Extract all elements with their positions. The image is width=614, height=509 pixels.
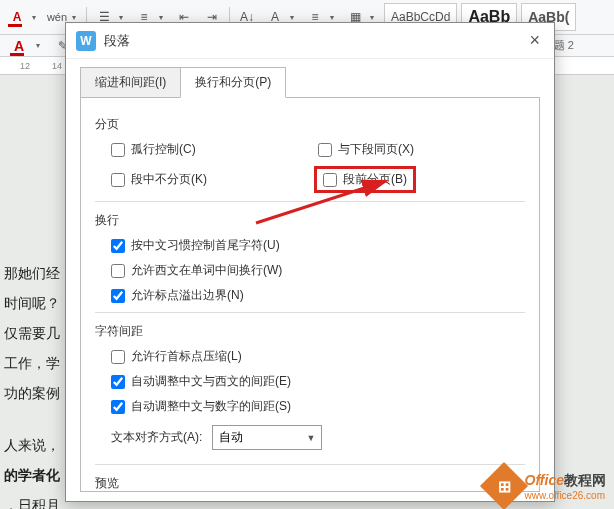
checkbox-label: 按中文习惯控制首尾字符(U) xyxy=(131,237,280,254)
paragraph-dialog: W 段落 × 缩进和间距(I) 换行和分页(P) 分页 孤行控制(C) 与下段同… xyxy=(65,22,555,502)
font-color-button[interactable]: A xyxy=(6,33,32,59)
checkbox-input[interactable] xyxy=(318,143,332,157)
divider xyxy=(95,201,525,202)
doc-line: 那她们经 xyxy=(4,258,60,288)
text-align-label: 文本对齐方式(A): xyxy=(111,429,202,446)
doc-line: 的学者化 xyxy=(4,460,60,490)
group-label-preview: 预览 xyxy=(95,475,525,492)
checkbox-label: 孤行控制(C) xyxy=(131,141,196,158)
combobox-value: 自动 xyxy=(219,429,243,446)
watermark-url: www.office26.com xyxy=(525,490,606,501)
checkbox-keep-lines[interactable]: 段中不分页(K) xyxy=(111,171,207,188)
chevron-down-icon[interactable]: ▾ xyxy=(32,13,42,22)
document-body: 人来说， 的学者化 ，日积月 xyxy=(0,430,60,509)
dialog-title: 段落 xyxy=(104,32,525,50)
checkbox-auto-space-en[interactable]: 自动调整中文与西文的间距(E) xyxy=(111,373,291,390)
chevron-down-icon[interactable]: ▾ xyxy=(119,13,129,22)
tab-pagination[interactable]: 换行和分页(P) xyxy=(180,67,286,98)
checkbox-label: 自动调整中文与数字的间距(S) xyxy=(131,398,291,415)
checkbox-label: 段中不分页(K) xyxy=(131,171,207,188)
ruler-mark: 14 xyxy=(52,61,62,71)
font-color-button[interactable]: A xyxy=(4,4,30,30)
chevron-down-icon[interactable]: ▾ xyxy=(330,13,340,22)
checkbox-input[interactable] xyxy=(111,289,125,303)
document-body: 那她们经 时间呢？ 仅需要几 工作，学 功的案例 xyxy=(0,258,60,408)
chevron-down-icon: ▼ xyxy=(306,433,315,443)
checkbox-widow-control[interactable]: 孤行控制(C) xyxy=(111,141,196,158)
checkbox-input[interactable] xyxy=(111,350,125,364)
checkbox-label: 段前分页(B) xyxy=(343,171,407,188)
watermark-brand1: Office xyxy=(525,472,564,488)
style-sublabel: 题 2 xyxy=(554,38,574,53)
checkbox-input[interactable] xyxy=(111,264,125,278)
doc-line: 人来说， xyxy=(4,430,60,460)
checkbox-compress-punct[interactable]: 允许行首标点压缩(L) xyxy=(111,348,242,365)
checkbox-label: 允许行首标点压缩(L) xyxy=(131,348,242,365)
tab-panel-pagination: 分页 孤行控制(C) 与下段同页(X) xyxy=(80,97,540,492)
dialog-titlebar: W 段落 × xyxy=(66,23,554,59)
group-label-linebreak: 换行 xyxy=(95,212,525,229)
group-label-paging: 分页 xyxy=(95,116,525,133)
chevron-down-icon[interactable]: ▾ xyxy=(290,13,300,22)
checkbox-cjk-rules[interactable]: 按中文习惯控制首尾字符(U) xyxy=(111,237,280,254)
chevron-down-icon[interactable]: ▾ xyxy=(159,13,169,22)
watermark-brand: Office教程网 xyxy=(525,472,606,490)
checkbox-input[interactable] xyxy=(111,375,125,389)
annotation-highlight: 段前分页(B) xyxy=(314,166,416,193)
doc-line: 工作，学 xyxy=(4,348,60,378)
tab-indent[interactable]: 缩进和间距(I) xyxy=(80,67,181,98)
app-icon: W xyxy=(76,31,96,51)
checkbox-label: 与下段同页(X) xyxy=(338,141,414,158)
checkbox-label: 允许西文在单词中间换行(W) xyxy=(131,262,282,279)
tab-strip: 缩进和间距(I) 换行和分页(P) xyxy=(66,59,554,98)
doc-line: 时间呢？ xyxy=(4,288,60,318)
checkbox-input[interactable] xyxy=(323,173,337,187)
close-button[interactable]: × xyxy=(525,30,544,51)
checkbox-page-break-before[interactable]: 段前分页(B) xyxy=(323,171,407,188)
checkbox-word-wrap[interactable]: 允许西文在单词中间换行(W) xyxy=(111,262,282,279)
checkbox-overflow-punct[interactable]: 允许标点溢出边界(N) xyxy=(111,287,244,304)
divider xyxy=(95,312,525,313)
doc-line: 功的案例 xyxy=(4,378,60,408)
checkbox-keep-with-next[interactable]: 与下段同页(X) xyxy=(318,141,414,158)
divider xyxy=(95,464,525,465)
checkbox-label: 自动调整中文与西文的间距(E) xyxy=(131,373,291,390)
doc-line: 仅需要几 xyxy=(4,318,60,348)
chevron-down-icon[interactable]: ▾ xyxy=(36,41,46,50)
chevron-down-icon[interactable]: ▾ xyxy=(72,13,82,22)
checkbox-input[interactable] xyxy=(111,239,125,253)
watermark-brand2: 教程网 xyxy=(564,472,606,488)
checkbox-label: 允许标点溢出边界(N) xyxy=(131,287,244,304)
checkbox-auto-space-num[interactable]: 自动调整中文与数字的间距(S) xyxy=(111,398,291,415)
doc-line: ，日积月 xyxy=(4,490,60,509)
chevron-down-icon[interactable]: ▾ xyxy=(370,13,380,22)
checkbox-input[interactable] xyxy=(111,143,125,157)
group-label-charspacing: 字符间距 xyxy=(95,323,525,340)
ruler-mark: 12 xyxy=(20,61,30,71)
checkbox-input[interactable] xyxy=(111,400,125,414)
watermark-icon: ⊞ xyxy=(480,462,528,509)
watermark: ⊞ Office教程网 www.office26.com xyxy=(487,469,606,503)
text-align-combobox[interactable]: 自动 ▼ xyxy=(212,425,322,450)
checkbox-input[interactable] xyxy=(111,173,125,187)
